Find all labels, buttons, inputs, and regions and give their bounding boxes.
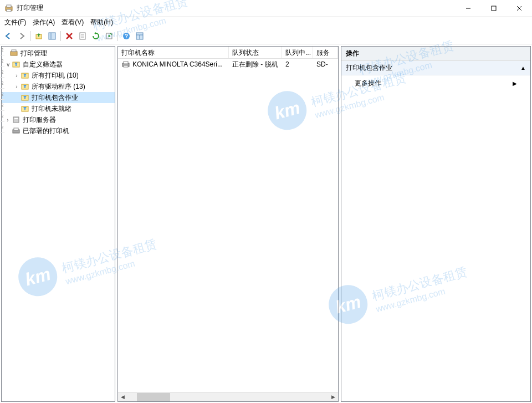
cell-count: 2 — [282, 59, 313, 69]
svg-rect-1 — [7, 5, 11, 7]
tree-all-drivers[interactable]: › 所有驱动程序 (13) — [2, 81, 115, 92]
svg-rect-23 — [12, 50, 16, 52]
filter-folder-icon — [12, 60, 21, 69]
svg-rect-22 — [11, 52, 17, 55]
export-list-button[interactable] — [103, 30, 115, 42]
cell-server: SD- — [313, 59, 338, 69]
printer-mgmt-icon — [9, 49, 18, 58]
chevron-right-icon: ▶ — [513, 80, 517, 86]
filter-icon — [21, 104, 29, 113]
horizontal-scrollbar[interactable]: ◀ ▶ — [118, 392, 338, 401]
tree-all-printers[interactable]: › 所有打印机 (10) — [2, 70, 115, 81]
actions-group[interactable]: 打印机包含作业 ▲ — [341, 61, 530, 75]
printer-mgmt-icon — [4, 4, 13, 13]
collapse-icon[interactable]: ▲ — [520, 65, 526, 71]
actions-header: 操作 — [341, 47, 530, 61]
filter-icon — [21, 82, 29, 91]
help-button[interactable]: ? — [120, 30, 132, 42]
server-icon — [12, 115, 21, 124]
up-button[interactable] — [33, 30, 45, 42]
filter-icon — [21, 71, 29, 80]
svg-rect-32 — [14, 128, 18, 130]
list-body[interactable]: KONICA MINOLTA C364Seri... 正在删除 - 脱机 2 S… — [118, 59, 338, 392]
tree-printers-with-jobs[interactable]: › 打印机包含作业 — [2, 92, 115, 103]
menubar: 文件(F) 操作(A) 查看(V) 帮助(H) — [0, 17, 532, 28]
properties-button[interactable] — [76, 30, 89, 42]
refresh-button[interactable] — [90, 30, 102, 42]
menu-file[interactable]: 文件(F) — [4, 18, 26, 27]
tree-custom-filters[interactable]: ∨ 自定义筛选器 — [2, 59, 115, 70]
filter-icon — [21, 93, 29, 102]
tree-pane[interactable]: ▸ 打印管理 ∨ 自定义筛选器 › 所有打印机 (10) › 所有驱动程序 ( — [1, 46, 115, 402]
svg-rect-34 — [124, 62, 128, 64]
actions-pane: 操作 打印机包含作业 ▲ 更多操作 ▶ — [341, 46, 531, 402]
scroll-right-icon[interactable]: ▶ — [329, 392, 338, 402]
back-button[interactable] — [2, 30, 14, 42]
cell-name: KONICA MINOLTA C364Seri... — [132, 60, 223, 68]
svg-text:?: ? — [125, 33, 128, 39]
printer-icon — [12, 126, 21, 135]
col-queue-count[interactable]: 队列中... — [282, 47, 313, 58]
minimize-button[interactable] — [456, 0, 481, 17]
svg-rect-4 — [492, 6, 496, 11]
maximize-button[interactable] — [481, 0, 507, 17]
list-header: 打印机名称 队列状态 队列中... 服务 — [118, 47, 338, 59]
scroll-thumb[interactable] — [137, 393, 170, 401]
col-queue-status[interactable]: 队列状态 — [229, 47, 282, 58]
col-printer-name[interactable]: 打印机名称 — [118, 47, 229, 58]
view-options-button[interactable] — [134, 30, 146, 42]
scroll-left-icon[interactable]: ◀ — [118, 392, 127, 402]
list-pane: 打印机名称 队列状态 队列中... 服务 KONICA MINOLTA C364… — [117, 46, 339, 402]
titlebar: 打印管理 — [0, 0, 532, 17]
svg-rect-30 — [14, 118, 18, 119]
toolbar: ? — [0, 28, 532, 44]
tree-print-servers[interactable]: › 打印服务器 — [2, 114, 115, 125]
cell-status: 正在删除 - 脱机 — [229, 59, 282, 70]
forward-button[interactable] — [16, 30, 28, 42]
delete-button[interactable] — [63, 30, 75, 42]
show-hide-tree-button[interactable] — [46, 30, 58, 42]
tree-deployed-printers[interactable]: › 已部署的打印机 — [2, 125, 115, 136]
ruler-strip: 22222222 — [0, 44, 4, 403]
tree-root[interactable]: ▸ 打印管理 — [2, 48, 115, 59]
actions-more[interactable]: 更多操作 ▶ — [341, 75, 530, 91]
col-server[interactable]: 服务 — [313, 47, 338, 58]
printer-icon — [121, 60, 130, 69]
window-title: 打印管理 — [17, 3, 456, 13]
svg-rect-8 — [49, 33, 55, 39]
menu-help[interactable]: 帮助(H) — [90, 18, 113, 27]
menu-view[interactable]: 查看(V) — [62, 18, 84, 27]
close-button[interactable] — [507, 0, 532, 17]
tree-printers-not-ready[interactable]: › 打印机未就绪 — [2, 103, 115, 114]
svg-rect-35 — [124, 65, 128, 67]
svg-rect-2 — [7, 9, 11, 12]
menu-action[interactable]: 操作(A) — [33, 18, 55, 27]
list-row[interactable]: KONICA MINOLTA C364Seri... 正在删除 - 脱机 2 S… — [118, 59, 338, 70]
svg-rect-29 — [13, 117, 19, 123]
